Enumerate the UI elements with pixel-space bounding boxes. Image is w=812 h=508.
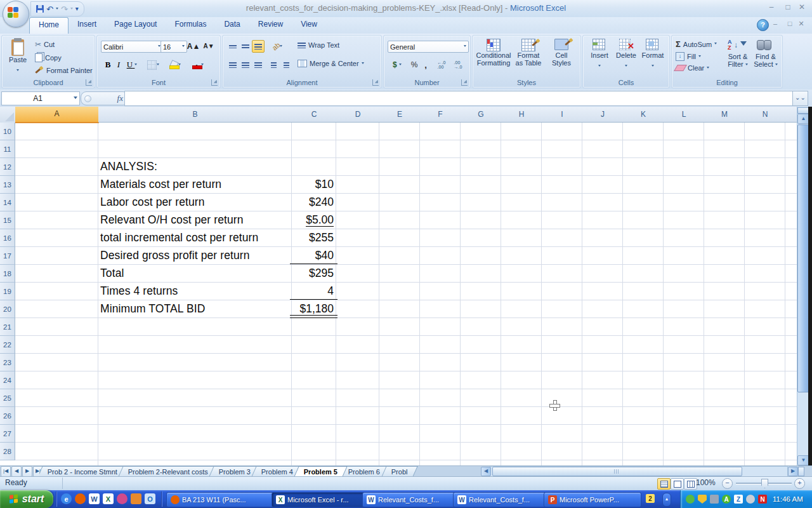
- workbook-minimize-button[interactable]: –: [769, 20, 781, 29]
- workbook-close-button[interactable]: ✕: [796, 20, 807, 29]
- page-layout-view-button[interactable]: [671, 478, 684, 490]
- task-button-2[interactable]: XMicrosoft Excel - r...: [272, 492, 369, 507]
- cell-B12[interactable]: ANALYSIS:: [100, 160, 157, 173]
- sheet-tab-problem-2-relevant-costs[interactable]: Problem 2-Relevant costs: [118, 466, 218, 476]
- quick-launch-word[interactable]: W: [89, 493, 100, 504]
- sheet-tab-prob-2-income-stmnt[interactable]: Prob 2 - Income Stmnt: [39, 466, 128, 476]
- copy-button[interactable]: Copy: [35, 53, 62, 62]
- row-header-10[interactable]: 10: [0, 123, 15, 140]
- fill-button[interactable]: ↓ Fill: [676, 52, 701, 61]
- row-header-22[interactable]: 22: [0, 336, 15, 354]
- spreadsheet-grid[interactable]: ABCDEFGHIJKLMN10111213141516171819202122…: [0, 107, 812, 465]
- column-header-E[interactable]: E: [379, 107, 421, 123]
- clear-button[interactable]: Clear: [676, 64, 709, 72]
- minimize-button[interactable]: –: [765, 3, 778, 13]
- cell-row-20[interactable]: Minimum TOTAL BID$1,180: [0, 300, 797, 318]
- find-select-button[interactable]: Find & Select: [752, 39, 780, 68]
- format-cells-button[interactable]: Format: [640, 39, 665, 70]
- tray-messenger[interactable]: [686, 495, 695, 504]
- ribbon-tab-insert[interactable]: Insert: [69, 17, 105, 34]
- grow-font-button[interactable]: A▲: [186, 40, 201, 52]
- column-header-A[interactable]: A: [15, 107, 99, 123]
- cell-styles-button[interactable]: Cell Styles: [545, 39, 578, 67]
- cell-row-19[interactable]: Times 4 returns4: [0, 283, 797, 300]
- help-icon[interactable]: ?: [757, 19, 769, 31]
- page-break-view-button[interactable]: [684, 478, 697, 490]
- customize-qat-icon[interactable]: ▾: [75, 6, 79, 12]
- row-header-21[interactable]: 21: [0, 318, 15, 336]
- sort-filter-button[interactable]: A Z ↓ Sort & Filter: [724, 39, 752, 68]
- tray-sync[interactable]: [746, 495, 755, 504]
- next-sheet-button[interactable]: ▶: [22, 466, 32, 477]
- cell-row-16[interactable]: total incremental cost per return$255: [0, 229, 797, 247]
- sheet-tab-probl[interactable]: Probl: [381, 466, 417, 476]
- expand-formula-bar-button[interactable]: ⌄⌄: [792, 91, 808, 106]
- ribbon-tab-page-layout[interactable]: Page Layout: [105, 17, 166, 34]
- column-header-M[interactable]: M: [704, 107, 745, 123]
- merge-center-button[interactable]: Merge & Center: [298, 60, 364, 67]
- task-button-1[interactable]: BA 213 W11 (Pasc...: [166, 492, 278, 507]
- cell-C14[interactable]: $240: [131, 196, 334, 209]
- scroll-right-button[interactable]: ▶: [788, 467, 798, 476]
- ribbon-tab-review[interactable]: Review: [249, 17, 292, 34]
- italic-button[interactable]: I: [114, 58, 124, 71]
- column-header-B[interactable]: B: [98, 107, 292, 123]
- horizontal-split-handle[interactable]: [798, 467, 804, 476]
- cell-C16[interactable]: $255: [131, 231, 334, 244]
- paste-button[interactable]: Paste: [6, 39, 30, 76]
- quick-launch-key-manager[interactable]: [117, 493, 128, 504]
- insert-function-button[interactable]: fx: [81, 91, 129, 105]
- align-right-button[interactable]: [252, 58, 265, 71]
- cell-row-17[interactable]: Desired gross profit per return$40: [0, 247, 797, 265]
- cell-C17[interactable]: $40: [131, 249, 334, 262]
- quick-launch-firefox[interactable]: [75, 493, 86, 504]
- row-header-11[interactable]: 11: [0, 140, 15, 158]
- ribbon-tab-view[interactable]: View: [292, 17, 326, 34]
- insert-cells-button[interactable]: Insert: [587, 39, 612, 70]
- column-header-K[interactable]: K: [623, 107, 664, 123]
- cell-row-12[interactable]: ANALYSIS:: [0, 158, 797, 176]
- top-align-button[interactable]: [226, 40, 239, 53]
- column-header-L[interactable]: L: [664, 107, 705, 123]
- number-format-select[interactable]: General: [388, 41, 469, 53]
- task-icon-icon[interactable]: [171, 495, 180, 504]
- start-button[interactable]: start: [0, 490, 53, 508]
- column-header-D[interactable]: D: [336, 107, 380, 123]
- cell-B18[interactable]: Total: [100, 267, 124, 280]
- undo-dropdown-icon[interactable]: [56, 8, 58, 11]
- ribbon-tab-formulas[interactable]: Formulas: [166, 17, 215, 34]
- workbook-restore-button[interactable]: □: [784, 20, 796, 29]
- cell-row-15[interactable]: Relevant O/H cost per return$5.00: [0, 211, 797, 229]
- bold-button[interactable]: B: [102, 58, 114, 71]
- tray-z-app[interactable]: Z: [734, 495, 743, 504]
- number-dialog-launcher[interactable]: [461, 79, 468, 86]
- row-header-25[interactable]: 25: [0, 389, 15, 407]
- formula-input[interactable]: [124, 91, 792, 106]
- undo-icon[interactable]: ↶: [46, 5, 53, 13]
- save-icon[interactable]: [36, 5, 44, 13]
- task-icon-icon[interactable]: X: [276, 495, 285, 504]
- prev-sheet-button[interactable]: ◀: [11, 466, 22, 477]
- collapse-chevron-button[interactable]: ▴: [662, 493, 671, 507]
- decrease-indent-button[interactable]: [267, 58, 280, 71]
- cut-button[interactable]: ✂ Cut: [35, 40, 55, 49]
- cell-C18[interactable]: $295: [131, 267, 334, 280]
- redo-icon[interactable]: ↷: [61, 5, 68, 13]
- column-header-H[interactable]: H: [501, 107, 542, 123]
- restore-button[interactable]: □: [782, 3, 794, 13]
- percent-style-button[interactable]: %: [408, 58, 421, 71]
- cell-row-14[interactable]: Labor cost per return$240: [0, 194, 797, 211]
- zoom-out-button[interactable]: −: [722, 478, 733, 489]
- comma-style-button[interactable]: ,: [421, 58, 431, 71]
- row-header-28[interactable]: 28: [0, 443, 15, 460]
- column-header-C[interactable]: C: [292, 107, 337, 123]
- task-icon-icon[interactable]: W: [367, 495, 376, 504]
- autosum-button[interactable]: Σ AutoSum: [676, 40, 717, 48]
- taskbar-journal-2[interactable]: 2: [646, 494, 655, 503]
- quick-launch-excel[interactable]: X: [103, 493, 114, 504]
- accounting-format-button[interactable]: $: [388, 58, 407, 71]
- wrap-text-button[interactable]: Wrap Text: [298, 41, 339, 49]
- row-header-23[interactable]: 23: [0, 354, 15, 371]
- task-icon-icon[interactable]: P: [548, 495, 557, 504]
- align-left-button[interactable]: [226, 58, 239, 71]
